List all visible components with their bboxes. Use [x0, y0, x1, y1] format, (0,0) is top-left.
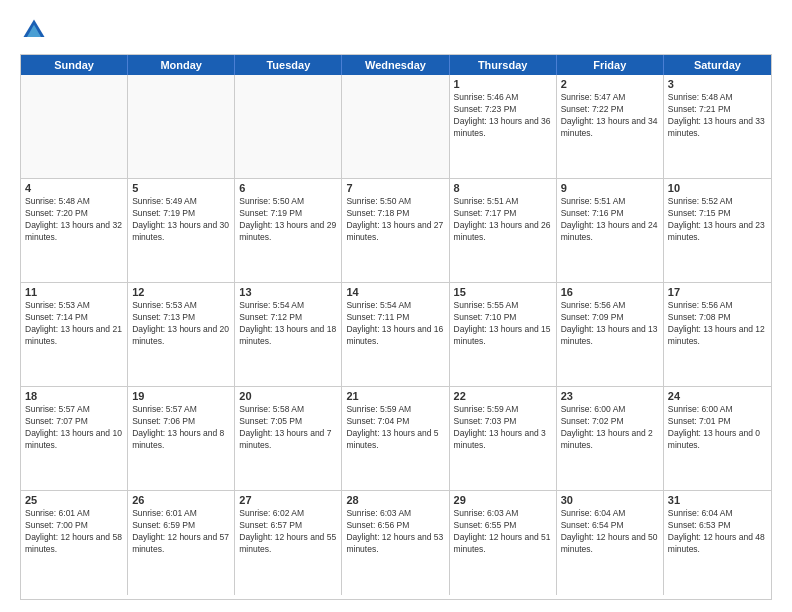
- cell-info: Sunrise: 6:00 AM Sunset: 7:02 PM Dayligh…: [561, 404, 659, 452]
- weekday-header-saturday: Saturday: [664, 55, 771, 75]
- calendar-cell-8: 8Sunrise: 5:51 AM Sunset: 7:17 PM Daylig…: [450, 179, 557, 282]
- day-number: 24: [668, 390, 767, 402]
- day-number: 31: [668, 494, 767, 506]
- cell-info: Sunrise: 5:47 AM Sunset: 7:22 PM Dayligh…: [561, 92, 659, 140]
- calendar-cell-10: 10Sunrise: 5:52 AM Sunset: 7:15 PM Dayli…: [664, 179, 771, 282]
- cell-info: Sunrise: 5:50 AM Sunset: 7:19 PM Dayligh…: [239, 196, 337, 244]
- calendar-cell-25: 25Sunrise: 6:01 AM Sunset: 7:00 PM Dayli…: [21, 491, 128, 595]
- cell-info: Sunrise: 5:56 AM Sunset: 7:08 PM Dayligh…: [668, 300, 767, 348]
- calendar-cell-31: 31Sunrise: 6:04 AM Sunset: 6:53 PM Dayli…: [664, 491, 771, 595]
- weekday-header-sunday: Sunday: [21, 55, 128, 75]
- header: [20, 16, 772, 44]
- day-number: 12: [132, 286, 230, 298]
- calendar-cell-23: 23Sunrise: 6:00 AM Sunset: 7:02 PM Dayli…: [557, 387, 664, 490]
- day-number: 10: [668, 182, 767, 194]
- day-number: 23: [561, 390, 659, 402]
- day-number: 6: [239, 182, 337, 194]
- calendar-cell-empty: [128, 75, 235, 178]
- cell-info: Sunrise: 5:58 AM Sunset: 7:05 PM Dayligh…: [239, 404, 337, 452]
- calendar-cell-30: 30Sunrise: 6:04 AM Sunset: 6:54 PM Dayli…: [557, 491, 664, 595]
- cell-info: Sunrise: 5:59 AM Sunset: 7:04 PM Dayligh…: [346, 404, 444, 452]
- calendar-row-0: 1Sunrise: 5:46 AM Sunset: 7:23 PM Daylig…: [21, 75, 771, 179]
- calendar-cell-7: 7Sunrise: 5:50 AM Sunset: 7:18 PM Daylig…: [342, 179, 449, 282]
- calendar-cell-2: 2Sunrise: 5:47 AM Sunset: 7:22 PM Daylig…: [557, 75, 664, 178]
- logo-icon: [20, 16, 48, 44]
- logo: [20, 16, 52, 44]
- day-number: 30: [561, 494, 659, 506]
- calendar-cell-empty: [235, 75, 342, 178]
- cell-info: Sunrise: 5:57 AM Sunset: 7:06 PM Dayligh…: [132, 404, 230, 452]
- calendar-cell-20: 20Sunrise: 5:58 AM Sunset: 7:05 PM Dayli…: [235, 387, 342, 490]
- day-number: 2: [561, 78, 659, 90]
- cell-info: Sunrise: 6:01 AM Sunset: 6:59 PM Dayligh…: [132, 508, 230, 556]
- calendar-cell-22: 22Sunrise: 5:59 AM Sunset: 7:03 PM Dayli…: [450, 387, 557, 490]
- cell-info: Sunrise: 5:51 AM Sunset: 7:17 PM Dayligh…: [454, 196, 552, 244]
- calendar-cell-5: 5Sunrise: 5:49 AM Sunset: 7:19 PM Daylig…: [128, 179, 235, 282]
- cell-info: Sunrise: 6:04 AM Sunset: 6:53 PM Dayligh…: [668, 508, 767, 556]
- calendar-cell-11: 11Sunrise: 5:53 AM Sunset: 7:14 PM Dayli…: [21, 283, 128, 386]
- day-number: 29: [454, 494, 552, 506]
- calendar-cell-24: 24Sunrise: 6:00 AM Sunset: 7:01 PM Dayli…: [664, 387, 771, 490]
- calendar-cell-12: 12Sunrise: 5:53 AM Sunset: 7:13 PM Dayli…: [128, 283, 235, 386]
- cell-info: Sunrise: 5:56 AM Sunset: 7:09 PM Dayligh…: [561, 300, 659, 348]
- day-number: 16: [561, 286, 659, 298]
- calendar-row-4: 25Sunrise: 6:01 AM Sunset: 7:00 PM Dayli…: [21, 491, 771, 595]
- calendar-cell-18: 18Sunrise: 5:57 AM Sunset: 7:07 PM Dayli…: [21, 387, 128, 490]
- calendar-cell-13: 13Sunrise: 5:54 AM Sunset: 7:12 PM Dayli…: [235, 283, 342, 386]
- day-number: 5: [132, 182, 230, 194]
- day-number: 20: [239, 390, 337, 402]
- cell-info: Sunrise: 5:53 AM Sunset: 7:14 PM Dayligh…: [25, 300, 123, 348]
- calendar-cell-21: 21Sunrise: 5:59 AM Sunset: 7:04 PM Dayli…: [342, 387, 449, 490]
- page: SundayMondayTuesdayWednesdayThursdayFrid…: [0, 0, 792, 612]
- day-number: 1: [454, 78, 552, 90]
- cell-info: Sunrise: 5:54 AM Sunset: 7:12 PM Dayligh…: [239, 300, 337, 348]
- cell-info: Sunrise: 5:48 AM Sunset: 7:21 PM Dayligh…: [668, 92, 767, 140]
- weekday-header-thursday: Thursday: [450, 55, 557, 75]
- calendar: SundayMondayTuesdayWednesdayThursdayFrid…: [20, 54, 772, 600]
- day-number: 27: [239, 494, 337, 506]
- day-number: 14: [346, 286, 444, 298]
- calendar-cell-3: 3Sunrise: 5:48 AM Sunset: 7:21 PM Daylig…: [664, 75, 771, 178]
- cell-info: Sunrise: 5:54 AM Sunset: 7:11 PM Dayligh…: [346, 300, 444, 348]
- day-number: 18: [25, 390, 123, 402]
- calendar-cell-17: 17Sunrise: 5:56 AM Sunset: 7:08 PM Dayli…: [664, 283, 771, 386]
- cell-info: Sunrise: 5:49 AM Sunset: 7:19 PM Dayligh…: [132, 196, 230, 244]
- day-number: 19: [132, 390, 230, 402]
- cell-info: Sunrise: 5:46 AM Sunset: 7:23 PM Dayligh…: [454, 92, 552, 140]
- calendar-cell-9: 9Sunrise: 5:51 AM Sunset: 7:16 PM Daylig…: [557, 179, 664, 282]
- calendar-cell-empty: [342, 75, 449, 178]
- day-number: 4: [25, 182, 123, 194]
- day-number: 11: [25, 286, 123, 298]
- cell-info: Sunrise: 5:50 AM Sunset: 7:18 PM Dayligh…: [346, 196, 444, 244]
- cell-info: Sunrise: 5:53 AM Sunset: 7:13 PM Dayligh…: [132, 300, 230, 348]
- cell-info: Sunrise: 6:03 AM Sunset: 6:56 PM Dayligh…: [346, 508, 444, 556]
- day-number: 25: [25, 494, 123, 506]
- day-number: 9: [561, 182, 659, 194]
- day-number: 15: [454, 286, 552, 298]
- weekday-header-tuesday: Tuesday: [235, 55, 342, 75]
- calendar-cell-16: 16Sunrise: 5:56 AM Sunset: 7:09 PM Dayli…: [557, 283, 664, 386]
- calendar-header: SundayMondayTuesdayWednesdayThursdayFrid…: [21, 55, 771, 75]
- calendar-cell-6: 6Sunrise: 5:50 AM Sunset: 7:19 PM Daylig…: [235, 179, 342, 282]
- calendar-cell-15: 15Sunrise: 5:55 AM Sunset: 7:10 PM Dayli…: [450, 283, 557, 386]
- calendar-cell-4: 4Sunrise: 5:48 AM Sunset: 7:20 PM Daylig…: [21, 179, 128, 282]
- calendar-cell-19: 19Sunrise: 5:57 AM Sunset: 7:06 PM Dayli…: [128, 387, 235, 490]
- weekday-header-wednesday: Wednesday: [342, 55, 449, 75]
- cell-info: Sunrise: 6:00 AM Sunset: 7:01 PM Dayligh…: [668, 404, 767, 452]
- cell-info: Sunrise: 5:59 AM Sunset: 7:03 PM Dayligh…: [454, 404, 552, 452]
- cell-info: Sunrise: 6:03 AM Sunset: 6:55 PM Dayligh…: [454, 508, 552, 556]
- calendar-cell-28: 28Sunrise: 6:03 AM Sunset: 6:56 PM Dayli…: [342, 491, 449, 595]
- calendar-cell-1: 1Sunrise: 5:46 AM Sunset: 7:23 PM Daylig…: [450, 75, 557, 178]
- day-number: 13: [239, 286, 337, 298]
- calendar-cell-empty: [21, 75, 128, 178]
- day-number: 26: [132, 494, 230, 506]
- weekday-header-friday: Friday: [557, 55, 664, 75]
- cell-info: Sunrise: 5:51 AM Sunset: 7:16 PM Dayligh…: [561, 196, 659, 244]
- cell-info: Sunrise: 5:55 AM Sunset: 7:10 PM Dayligh…: [454, 300, 552, 348]
- calendar-row-3: 18Sunrise: 5:57 AM Sunset: 7:07 PM Dayli…: [21, 387, 771, 491]
- calendar-row-1: 4Sunrise: 5:48 AM Sunset: 7:20 PM Daylig…: [21, 179, 771, 283]
- day-number: 28: [346, 494, 444, 506]
- weekday-header-monday: Monday: [128, 55, 235, 75]
- day-number: 22: [454, 390, 552, 402]
- calendar-row-2: 11Sunrise: 5:53 AM Sunset: 7:14 PM Dayli…: [21, 283, 771, 387]
